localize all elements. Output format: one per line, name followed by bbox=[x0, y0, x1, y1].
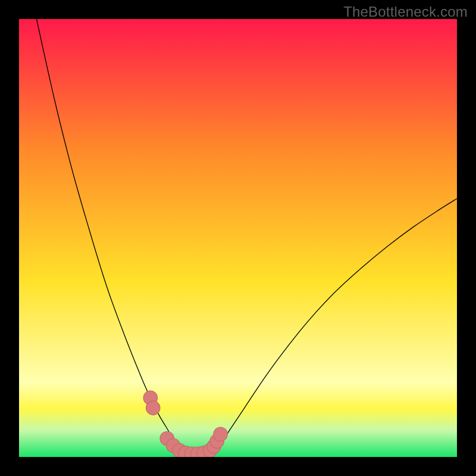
data-marker bbox=[214, 427, 228, 441]
gradient-background bbox=[19, 19, 457, 457]
chart-plot-area bbox=[19, 19, 457, 457]
watermark-text: TheBottleneck.com bbox=[343, 4, 468, 20]
chart-svg bbox=[19, 19, 457, 457]
data-marker bbox=[146, 401, 160, 415]
chart-frame: TheBottleneck.com bbox=[0, 0, 476, 476]
